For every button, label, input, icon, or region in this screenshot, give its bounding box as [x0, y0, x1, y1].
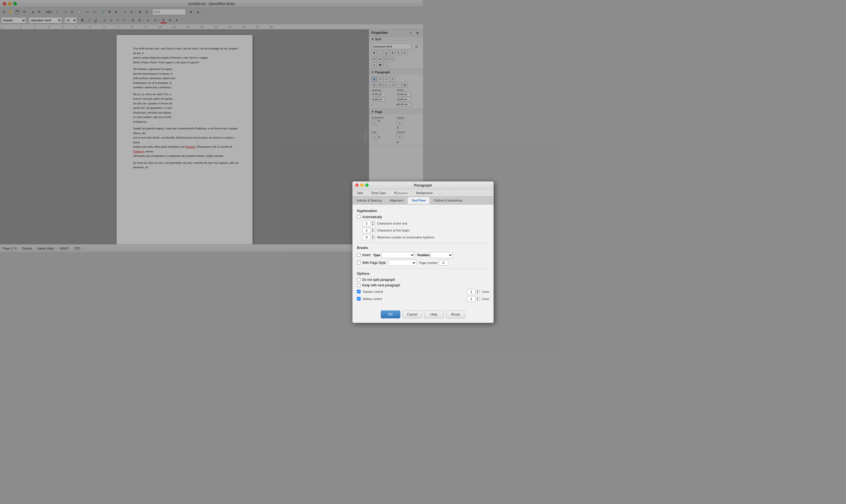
line-end-arrows: ▲ ▼ — [371, 221, 375, 226]
type-group: Type — [373, 252, 415, 252]
max-hyphens-down[interactable]: ▼ — [371, 237, 375, 240]
tab-indents-spacing[interactable]: Indents & Spacing — [353, 197, 385, 204]
breaks-row1: Insert Type Position — [357, 252, 423, 252]
max-hyphens-row: ▲ ▼ Maximum number of consecutive hyphen… — [362, 235, 423, 240]
tab-drop-caps[interactable]: Drop Caps — [367, 189, 390, 196]
max-hyphens-value[interactable] — [363, 236, 371, 239]
tab-background[interactable]: Background — [412, 189, 423, 196]
dialog-tabs-row1: Tabs Drop Caps Borders Background — [353, 189, 423, 197]
tab-alignment[interactable]: Alignment — [385, 197, 408, 204]
position-group: Position — [417, 252, 423, 252]
line-end-spinner: ▲ ▼ — [362, 221, 375, 226]
line-end-label: Characters at line end — [377, 222, 407, 225]
breaks-section: Breaks Insert Type — [357, 246, 423, 252]
divider1 — [357, 243, 423, 243]
modal-max-btn[interactable] — [365, 183, 368, 187]
line-end-down[interactable]: ▼ — [371, 223, 375, 226]
max-hyphens-arrows: ▲ ▼ — [371, 235, 375, 240]
breaks-title: Breaks — [357, 246, 423, 250]
dialog-tabs-row2: Indents & Spacing Alignment Text Flow Ou… — [353, 197, 423, 204]
line-end-up[interactable]: ▲ — [371, 221, 375, 223]
line-begin-down[interactable]: ▼ — [371, 230, 375, 233]
line-end-value[interactable] — [363, 222, 371, 225]
paragraph-dialog: Paragraph Tabs Drop Caps Borders Backgro… — [352, 181, 423, 252]
line-begin-arrows: ▲ ▼ — [371, 228, 375, 233]
modal-min-btn[interactable] — [360, 183, 364, 187]
tab-tabs[interactable]: Tabs — [353, 189, 367, 196]
type-dropdown[interactable] — [381, 252, 415, 252]
auto-hyphen-label: Automatically — [362, 215, 382, 219]
line-begin-label: Characters at line begin — [377, 229, 409, 232]
modal-close-btn[interactable] — [355, 183, 359, 187]
line-begin-row: ▲ ▼ Characters at line begin — [362, 228, 423, 233]
tab-text-flow[interactable]: Text Flow — [408, 197, 423, 204]
dialog-body: Hyphenation Automatically ▲ ▼ Characters… — [353, 204, 423, 252]
hyphenation-title: Hyphenation — [357, 209, 423, 213]
tab-borders[interactable]: Borders — [390, 189, 412, 196]
max-hyphens-label: Maximum number of consecutive hyphens — [377, 236, 423, 239]
line-begin-spinner: ▲ ▼ — [362, 228, 375, 233]
line-begin-up[interactable]: ▲ — [371, 228, 375, 230]
line-begin-value[interactable] — [363, 229, 371, 232]
max-hyphens-up[interactable]: ▲ — [371, 235, 375, 237]
max-hyphens-spinner: ▲ ▼ — [362, 235, 375, 240]
modal-overlay: Paragraph Tabs Drop Caps Borders Backgro… — [0, 0, 423, 252]
modal-titlebar: Paragraph — [353, 181, 423, 189]
modal-window-controls — [355, 183, 368, 187]
auto-hyphen-checkbox[interactable] — [357, 215, 361, 219]
auto-hyphen-row: Automatically — [357, 215, 423, 219]
line-end-row: ▲ ▼ Characters at line end — [362, 221, 423, 226]
hyphenation-section: Hyphenation Automatically ▲ ▼ Characters… — [357, 209, 423, 240]
type-dropdown-wrapper — [381, 252, 415, 252]
modal-title: Paragraph — [414, 183, 423, 187]
